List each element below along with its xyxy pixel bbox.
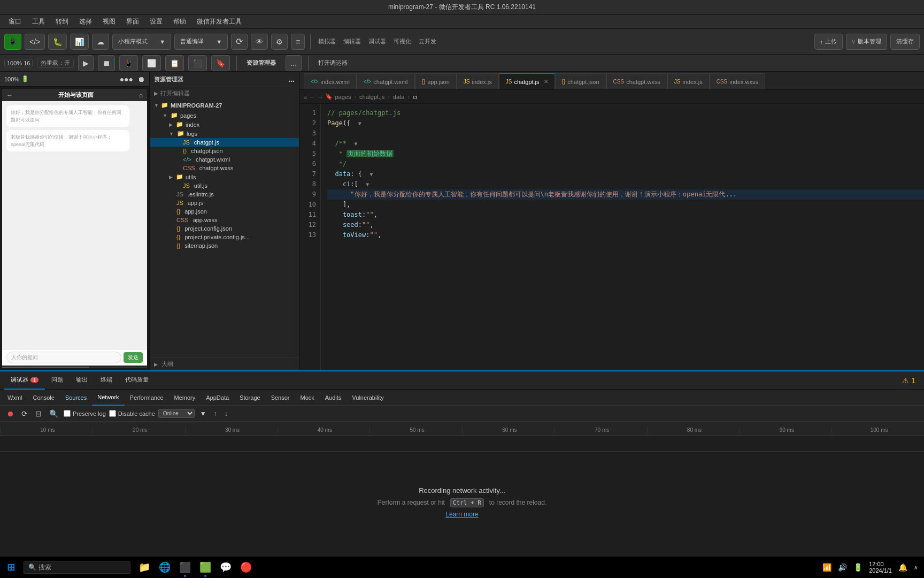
devtools-tab-output[interactable]: 输出 xyxy=(70,371,94,390)
devtools-tab-terminal[interactable]: 终端 xyxy=(94,371,119,390)
cloud-icon-btn[interactable]: ☁ xyxy=(92,34,109,50)
bc-pages[interactable]: pages xyxy=(335,94,351,100)
net-tab-audits[interactable]: Audits xyxy=(320,390,347,406)
tree-chatgpt-wxml[interactable]: </> chatgpt.wxml xyxy=(150,155,299,164)
menu-settings[interactable]: 设置 xyxy=(145,16,167,27)
volume-icon[interactable]: 🔊 xyxy=(836,562,849,573)
tree-app-wxss[interactable]: CSS app.wxss xyxy=(150,216,299,224)
menu-view[interactable]: 视图 xyxy=(98,16,120,27)
more-btn[interactable]: ... xyxy=(286,55,302,71)
taskbar-red[interactable]: 🔴 xyxy=(236,557,256,578)
net-tab-appdata[interactable]: AppData xyxy=(201,390,234,406)
screen-btn[interactable]: ⬜ xyxy=(142,55,161,71)
settings-btn[interactable]: ⚙ xyxy=(271,34,288,50)
simulator-label[interactable]: 模拟器 xyxy=(316,37,338,45)
tab-chatgpt-wxss[interactable]: CSS chatgpt.wxss xyxy=(606,73,667,89)
taskbar-wechat-dev[interactable]: 🟩 xyxy=(196,557,215,578)
taskbar-wechat[interactable]: 💬 xyxy=(216,557,235,578)
file-manager-label[interactable]: 资源管理器 xyxy=(243,58,279,68)
stop-record-btn[interactable]: ⟳ xyxy=(19,408,30,419)
record-icon[interactable]: ⏺ xyxy=(137,75,145,83)
menu-interface[interactable]: 界面 xyxy=(122,16,143,27)
refresh-btn[interactable]: ⟳ xyxy=(231,34,248,50)
search-btn[interactable]: 🔍 xyxy=(47,408,60,419)
menu-select[interactable]: 选择 xyxy=(75,16,96,27)
tree-chatgpt-json[interactable]: {} chatgpt.json xyxy=(150,147,299,155)
menu-wechat[interactable]: 微信开发者工具 xyxy=(192,16,246,27)
debug-icon-btn[interactable]: 🐛 xyxy=(48,34,67,50)
tab-close-icon[interactable]: ✕ xyxy=(544,79,548,85)
learn-more-link[interactable]: Learn more xyxy=(445,511,478,518)
tree-app-js[interactable]: JS app.js xyxy=(150,199,299,207)
tab-index-wxml[interactable]: </> index.wxml xyxy=(304,73,357,89)
bc-chatgptjs[interactable]: chatgpt.js xyxy=(359,94,384,100)
record-btn[interactable]: ⏺ xyxy=(4,408,16,419)
preview-btn[interactable]: 👁 xyxy=(251,34,268,50)
tree-eslintrc[interactable]: JS .eslintrc.js xyxy=(150,190,299,199)
download-speed-btn[interactable]: ↓ xyxy=(222,409,230,419)
menu-goto[interactable]: 转到 xyxy=(51,16,73,27)
phone-btn[interactable]: 📱 xyxy=(119,55,138,71)
cloud-label[interactable]: 云开发 xyxy=(417,37,438,45)
notification-icon[interactable]: 🔔 xyxy=(896,562,910,573)
preserve-log-checkbox[interactable]: Preserve log xyxy=(64,410,106,417)
editor-icon-btn[interactable]: </> xyxy=(25,34,45,50)
tab-index-js[interactable]: JS index.js xyxy=(457,73,499,89)
net-tab-sources[interactable]: Sources xyxy=(60,390,92,406)
tree-project-private[interactable]: {} project.private.config.js... xyxy=(150,233,299,241)
home-icon[interactable]: ⌂ xyxy=(139,92,143,99)
compile-dropdown[interactable]: 普通编译 ▼ xyxy=(174,34,228,50)
tree-logs-folder[interactable]: ▼ 📁 logs xyxy=(150,129,299,138)
tree-util-js[interactable]: JS util.js xyxy=(150,181,299,190)
stop-btn[interactable]: ⏹ xyxy=(98,55,115,71)
sidebar-open-editor[interactable]: ▶ 打开编辑器 xyxy=(150,87,299,100)
tree-chatgpt-wxss[interactable]: CSS chatgpt.wxss xyxy=(150,164,299,172)
visual-label[interactable]: 可视化 xyxy=(391,37,413,45)
battery-icon-taskbar[interactable]: 🔋 xyxy=(851,562,865,573)
net-tab-network[interactable]: Network xyxy=(92,390,124,406)
tree-sitemap[interactable]: {} sitemap.json xyxy=(150,241,299,250)
bc-arrow-back[interactable]: ← xyxy=(309,94,315,100)
tab-chatgpt-json[interactable]: {} chatgpt.json xyxy=(555,73,606,89)
outline-section[interactable]: ▶ 大纲 xyxy=(150,358,299,370)
menu-window[interactable]: 窗口 xyxy=(4,16,26,27)
net-tab-vulnerability[interactable]: Vulnerability xyxy=(346,390,389,406)
clock[interactable]: 12:002024/1/1 xyxy=(867,560,894,575)
mode-dropdown[interactable]: 小程序模式 ▼ xyxy=(112,34,171,50)
tab-chatgpt-js[interactable]: JS chatgpt.js ✕ xyxy=(499,73,555,89)
hotfix-label[interactable]: 热重载：开 xyxy=(37,58,74,68)
play-btn[interactable]: ▶ xyxy=(78,55,94,71)
bookmark-btn[interactable]: 🔖 xyxy=(211,55,230,71)
net-tab-wxml[interactable]: Wxml xyxy=(2,390,28,406)
devtools-tab-quality[interactable]: 代码质量 xyxy=(119,371,155,390)
filter-btn[interactable]: ⊟ xyxy=(33,408,44,419)
version-btn[interactable]: ⑂ 版本管理 xyxy=(846,34,887,50)
net-tab-memory[interactable]: Memory xyxy=(169,390,201,406)
menu-help[interactable]: 帮助 xyxy=(169,16,190,27)
back-icon[interactable]: ← xyxy=(6,92,13,99)
bc-data[interactable]: data xyxy=(393,94,404,100)
chevron-up-icon[interactable]: ∧ xyxy=(912,564,920,572)
tree-app-json[interactable]: {} app.json xyxy=(150,207,299,216)
visual-icon-btn[interactable]: 📊 xyxy=(70,34,89,50)
network-icon[interactable]: 📶 xyxy=(820,562,834,573)
taskbar-file-explorer[interactable]: 📁 xyxy=(135,557,154,578)
upload-btn[interactable]: ↑ 上传 xyxy=(814,34,843,50)
breadcrumb-nav-icon[interactable]: ≡ xyxy=(304,94,307,100)
tab-index-wxss[interactable]: CSS index.wxss xyxy=(710,73,765,89)
clear-cache-btn[interactable]: 清缓存 xyxy=(890,34,920,50)
menu-tools[interactable]: 工具 xyxy=(28,16,49,27)
debugger-label[interactable]: 调试器 xyxy=(366,37,388,45)
bc-arrow-fwd[interactable]: → xyxy=(317,94,323,100)
sidebar-more-icon[interactable]: ... xyxy=(288,75,295,83)
tab-app-json[interactable]: {} app.json xyxy=(415,73,457,89)
simulator-icon-btn[interactable]: 📱 xyxy=(4,34,21,50)
net-tab-mock[interactable]: Mock xyxy=(295,390,319,406)
devtools-tab-problem[interactable]: 问题 xyxy=(45,371,70,390)
online-dropdown[interactable]: Online Offline Slow 3G Fast 3G xyxy=(158,409,195,418)
phone-input-field[interactable]: 人你的提问 xyxy=(6,352,121,363)
tree-index-folder[interactable]: ▶ 📁 index xyxy=(150,120,299,129)
tab-index-js2[interactable]: JS index.js xyxy=(667,73,710,89)
net-tab-performance[interactable]: Performance xyxy=(125,390,169,406)
start-button[interactable]: ⊞ xyxy=(0,557,21,578)
